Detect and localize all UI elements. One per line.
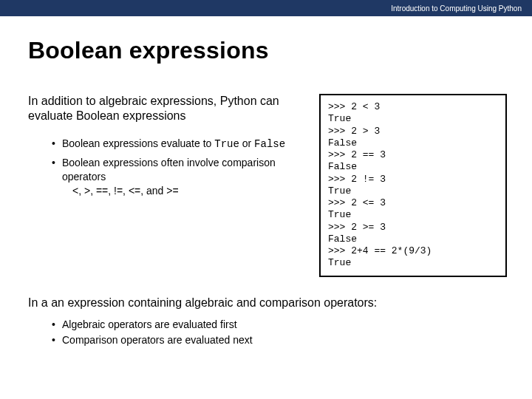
footer-intro: In a an expression containing algebraic … [28,296,507,310]
operators-line: <, >, ==, !=, <=, and >= [62,184,301,198]
footer-bullet-list: Algebraic operators are evaluated first … [28,317,507,348]
code-box: >>> 2 < 3 True >>> 2 > 3 False >>> 2 == … [319,94,507,277]
bullet-text: Boolean expressions evaluate to [62,137,214,149]
bullet-text: Boolean expressions often involve compar… [62,157,276,183]
content-row: In addition to algebraic expressions, Py… [0,64,532,277]
bullet-item: Comparison operators are evaluated next [53,332,507,348]
bullet-item: Algebraic operators are evaluated first [53,317,507,332]
slide: Introduction to Computing Using Python B… [0,0,532,399]
slide-title: Boolean expressions [0,16,532,64]
topbar: Introduction to Computing Using Python [0,0,532,16]
footer-section: In a an expression containing algebraic … [0,277,532,348]
intro-text: In addition to algebraic expressions, Py… [28,94,301,123]
bullet-text: or [239,137,254,149]
bullet-list: Boolean expressions evaluate to True or … [28,137,301,198]
left-column: In addition to algebraic expressions, Py… [28,94,301,277]
code-inline-false: False [254,138,285,150]
code-inline-true: True [214,138,239,150]
bullet-item: Boolean expressions evaluate to True or … [53,137,301,151]
bullet-item: Boolean expressions often involve compar… [53,156,301,198]
topbar-text: Introduction to Computing Using Python [391,4,522,13]
